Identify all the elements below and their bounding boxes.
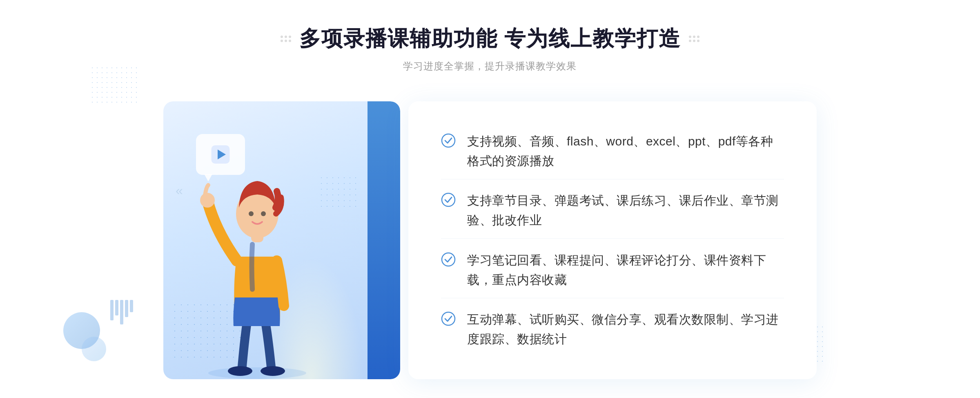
feature-item-2: 支持章节目录、弹题考试、课后练习、课后作业、章节测验、批改作业	[441, 183, 784, 239]
feature-text-4: 互动弹幕、试听购买、微信分享、观看次数限制、学习进度跟踪、数据统计	[467, 310, 784, 349]
feature-item-4: 互动弹幕、试听购买、微信分享、观看次数限制、学习进度跟踪、数据统计	[441, 302, 784, 357]
svg-point-10	[442, 134, 455, 147]
illustration-side-bar	[368, 101, 400, 379]
svg-point-8	[249, 211, 254, 216]
illustration-arrows: «	[176, 183, 183, 198]
title-deco-right	[689, 36, 699, 42]
deco-bar-2	[115, 300, 118, 315]
subtitle: 学习进度全掌握，提升录播课教学效果	[281, 60, 699, 73]
check-circle-icon-2	[441, 192, 456, 207]
svg-point-11	[442, 193, 455, 206]
figure-container	[184, 150, 331, 379]
title-row: 多项录播课辅助功能 专为线上教学打造	[281, 25, 699, 53]
feature-item-3: 学习笔记回看、课程提问、课程评论打分、课件资料下载，重点内容收藏	[441, 242, 784, 298]
feature-text-1: 支持视频、音频、flash、word、excel、ppt、pdf等各种格式的资源…	[467, 132, 784, 171]
svg-point-5	[200, 193, 215, 208]
decorative-circle-small	[82, 337, 106, 361]
deco-bar-1	[110, 300, 114, 320]
page-wrapper: 多项录播课辅助功能 专为线上教学打造 学习进度全掌握，提升录播课教学效果 »	[0, 0, 980, 398]
person-illustration	[184, 150, 331, 379]
svg-point-12	[442, 253, 455, 266]
deco-bar-5	[130, 300, 133, 312]
svg-point-9	[261, 211, 266, 216]
header-section: 多项录播课辅助功能 专为线上教学打造 学习进度全掌握，提升录播课教学效果	[281, 25, 699, 73]
features-wrapper: 支持视频、音频、flash、word、excel、ppt、pdf等各种格式的资源…	[408, 101, 817, 379]
svg-point-2	[208, 367, 306, 379]
check-circle-icon-3	[441, 252, 456, 267]
deco-bar-3	[120, 300, 123, 324]
main-title: 多项录播课辅助功能 专为线上教学打造	[299, 25, 681, 53]
illustration-wrapper: » «	[163, 93, 425, 379]
decorative-lines	[110, 300, 133, 324]
decorative-dot-grid-topleft	[90, 65, 139, 106]
check-circle-icon-4	[441, 311, 456, 326]
svg-point-3	[228, 366, 252, 376]
svg-point-13	[442, 312, 455, 325]
feature-text-3: 学习笔记回看、课程提问、课程评论打分、课件资料下载，重点内容收藏	[467, 250, 784, 290]
check-circle-icon-1	[441, 133, 456, 148]
feature-text-2: 支持章节目录、弹题考试、课后练习、课后作业、章节测验、批改作业	[467, 191, 784, 230]
title-deco-left	[281, 36, 291, 42]
deco-bar-4	[125, 300, 128, 317]
svg-point-4	[261, 366, 285, 376]
feature-item-1: 支持视频、音频、flash、word、excel、ppt、pdf等各种格式的资源…	[441, 123, 784, 179]
illustration-background: «	[163, 101, 400, 379]
content-area: » «	[163, 93, 817, 379]
